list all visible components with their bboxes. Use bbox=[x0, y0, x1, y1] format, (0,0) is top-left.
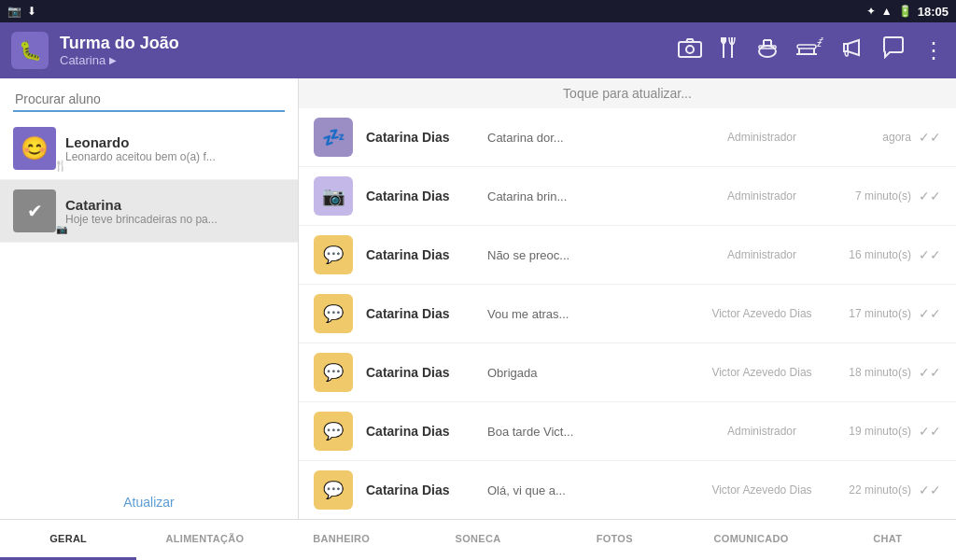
tab-soneca[interactable]: SONECA bbox=[410, 520, 546, 560]
msg-preview: Catarina dor... bbox=[487, 131, 696, 145]
msg-by: Victor Azevedo Dias bbox=[696, 307, 827, 320]
main-layout: 😊 🍴 Leonardo Leonardo aceitou bem o(a) f… bbox=[0, 78, 956, 519]
msg-by: Administrador bbox=[696, 189, 827, 203]
fork-knife-toolbar-icon[interactable] bbox=[719, 36, 739, 64]
update-button[interactable]: Atualizar bbox=[0, 485, 298, 519]
msg-by: Administrador bbox=[696, 131, 827, 144]
tab-alimentacao[interactable]: ALIMENTAÇÃO bbox=[136, 520, 273, 560]
list-item[interactable]: 😊 🍴 Leonardo Leonardo aceitou bem o(a) f… bbox=[0, 118, 298, 180]
screenshot-icon: 📷 bbox=[7, 5, 21, 18]
msg-sender: Catarina Dias bbox=[366, 424, 487, 439]
table-row[interactable]: 💬 Catarina Dias Não se preoc... Administ… bbox=[299, 226, 956, 285]
download-icon: ⬇ bbox=[27, 5, 36, 18]
chat-msg-icon: 💬 bbox=[314, 353, 353, 392]
avatar: ✔ bbox=[13, 189, 56, 232]
dropdown-arrow-icon: ▶ bbox=[109, 55, 117, 65]
more-options-icon[interactable]: ⋮ bbox=[922, 37, 945, 63]
tab-fotos[interactable]: FOTOS bbox=[546, 520, 682, 560]
chat-msg-icon: 💬 bbox=[314, 470, 353, 510]
app-bar: 🐛 Turma do João Catarina ▶ bbox=[0, 22, 956, 78]
msg-time: 7 minuto(s) bbox=[827, 189, 911, 203]
msg-sender: Catarina Dias bbox=[366, 189, 487, 203]
app-subtitle: Catarina ▶ bbox=[60, 53, 667, 67]
table-row[interactable]: 💬 Catarina Dias Boa tarde Vict... Admini… bbox=[299, 402, 956, 461]
chat-msg-icon: 💬 bbox=[314, 235, 353, 274]
app-title-block: Turma do João Catarina ▶ bbox=[60, 34, 667, 68]
student-preview: Hoje teve brincadeiras no pa... bbox=[65, 213, 243, 226]
msg-time: 16 minuto(s) bbox=[827, 248, 911, 261]
search-box bbox=[0, 78, 298, 118]
check-mark-icon: ✓✓ bbox=[919, 247, 941, 262]
chat-bubble-toolbar-icon[interactable] bbox=[881, 36, 906, 64]
check-icon: ✔ bbox=[27, 200, 43, 222]
msg-time: agora bbox=[827, 131, 911, 144]
app-logo: 🐛 bbox=[11, 32, 49, 69]
student-info: Catarina Hoje teve brincadeiras no pa... bbox=[65, 197, 285, 226]
chat-msg-icon: 💬 bbox=[314, 412, 353, 451]
student-info: Leonardo Leonardo aceitou bem o(a) f... bbox=[65, 134, 285, 163]
msg-by: Victor Azevedo Dias bbox=[696, 366, 827, 379]
list-item[interactable]: ✔ 📷 Catarina Hoje teve brincadeiras no p… bbox=[0, 180, 298, 243]
tab-bar: GERAL ALIMENTAÇÃO BANHEIRO SONECA FOTOS … bbox=[0, 519, 956, 560]
check-mark-icon: ✓✓ bbox=[919, 365, 941, 380]
app-title: Turma do João bbox=[60, 34, 667, 54]
tab-chat[interactable]: CHAT bbox=[820, 520, 956, 560]
camera-msg-icon: 📷 bbox=[314, 176, 353, 216]
avatar-wrapper: ✔ 📷 bbox=[13, 189, 65, 232]
update-banner[interactable]: Toque para atualizar... bbox=[299, 78, 956, 108]
msg-time: 22 minuto(s) bbox=[827, 483, 911, 497]
sleep-msg-icon: 💤 bbox=[314, 118, 353, 157]
msg-by: Administrador bbox=[696, 248, 827, 261]
content-area: Toque para atualizar... 💤 Catarina Dias … bbox=[299, 78, 956, 519]
msg-by: Victor Azevedo Dias bbox=[696, 483, 827, 497]
msg-preview: Não se preoc... bbox=[487, 248, 696, 262]
msg-time: 18 minuto(s) bbox=[827, 366, 911, 379]
msg-time: 17 minuto(s) bbox=[827, 307, 911, 320]
svg-rect-0 bbox=[679, 42, 701, 57]
check-mark-icon: ✓✓ bbox=[919, 483, 941, 497]
table-row[interactable]: 📷 Catarina Dias Catarina brin... Adminis… bbox=[299, 167, 956, 226]
app-bar-actions: z z z ⋮ bbox=[678, 36, 945, 64]
avatar: 😊 bbox=[13, 127, 56, 170]
msg-preview: Olá, vi que a... bbox=[487, 483, 696, 497]
table-row[interactable]: 💬 Catarina Dias Olá, vi que a... Victor … bbox=[299, 461, 956, 519]
status-bar: 📷 ⬇ ✦ ▲ 🔋 18:05 bbox=[0, 0, 956, 22]
svg-point-7 bbox=[759, 46, 776, 57]
tab-comunicado[interactable]: COMUNICADO bbox=[682, 520, 819, 560]
table-row[interactable]: 💬 Catarina Dias Obrigada Victor Azevedo … bbox=[299, 343, 956, 402]
search-input[interactable] bbox=[13, 88, 285, 112]
megaphone-toolbar-icon[interactable] bbox=[840, 36, 865, 64]
check-mark-icon: ✓✓ bbox=[919, 306, 941, 321]
msg-sender: Catarina Dias bbox=[366, 130, 487, 145]
msg-preview: Boa tarde Vict... bbox=[487, 425, 696, 439]
msg-preview: Vou me atras... bbox=[487, 307, 696, 321]
svg-point-1 bbox=[686, 46, 694, 53]
msg-sender: Catarina Dias bbox=[366, 247, 487, 262]
table-row[interactable]: 💤 Catarina Dias Catarina dor... Administ… bbox=[299, 108, 956, 167]
wifi-status-icon: ▲ bbox=[881, 5, 893, 18]
msg-preview: Obrigada bbox=[487, 366, 696, 380]
sidebar: 😊 🍴 Leonardo Leonardo aceitou bem o(a) f… bbox=[0, 78, 299, 519]
table-row[interactable]: 💬 Catarina Dias Vou me atras... Victor A… bbox=[299, 285, 956, 343]
tab-banheiro[interactable]: BANHEIRO bbox=[274, 520, 410, 560]
chat-msg-icon: 💬 bbox=[314, 294, 353, 333]
sleep-toolbar-icon[interactable]: z z z bbox=[795, 37, 823, 63]
tab-geral[interactable]: GERAL bbox=[0, 520, 136, 560]
camera-toolbar-icon[interactable] bbox=[678, 37, 702, 63]
check-mark-icon: ✓✓ bbox=[919, 424, 941, 439]
msg-sender: Catarina Dias bbox=[366, 483, 487, 497]
avatar-wrapper: 😊 🍴 bbox=[13, 127, 65, 170]
face-icon: 😊 bbox=[21, 135, 49, 161]
messages-list: 💤 Catarina Dias Catarina dor... Administ… bbox=[299, 108, 956, 519]
svg-rect-12 bbox=[797, 45, 816, 49]
msg-preview: Catarina brin... bbox=[487, 189, 696, 203]
msg-sender: Catarina Dias bbox=[366, 306, 487, 321]
toilet-toolbar-icon[interactable] bbox=[756, 36, 779, 64]
check-mark-icon: ✓✓ bbox=[919, 130, 941, 145]
svg-text:z: z bbox=[821, 37, 823, 41]
student-list: 😊 🍴 Leonardo Leonardo aceitou bem o(a) f… bbox=[0, 118, 298, 485]
check-mark-icon: ✓✓ bbox=[919, 189, 941, 203]
battery-status-icon: 🔋 bbox=[898, 5, 912, 18]
student-name: Catarina bbox=[65, 197, 285, 213]
utensils-icon: 🍴 bbox=[54, 160, 67, 172]
